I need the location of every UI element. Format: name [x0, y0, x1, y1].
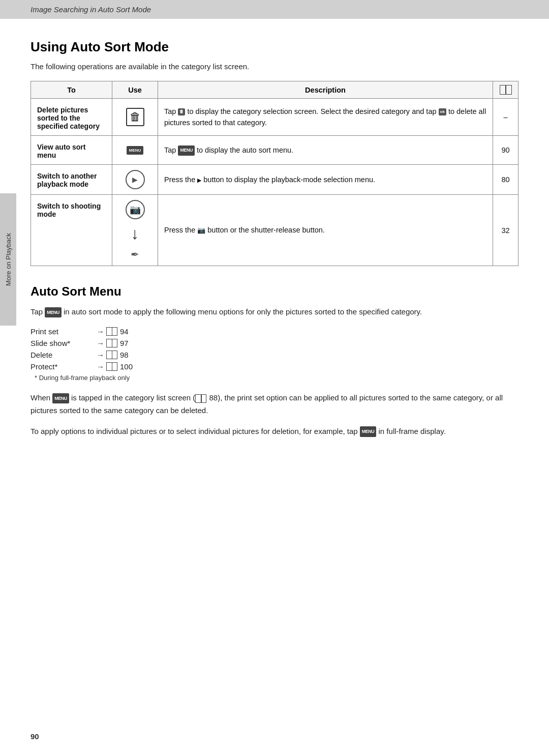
footnote: * During full-frame playback only — [35, 374, 518, 382]
table-row: View auto sort menu MENU Tap MENU to dis… — [31, 136, 518, 165]
inline-camera-icon: 📷 — [197, 226, 205, 234]
menu-item-ref: → 97 — [97, 339, 129, 347]
row2-use: MENU — [112, 136, 158, 165]
arrow-icon: → — [97, 351, 104, 359]
book-icon — [106, 339, 117, 347]
book-icon — [106, 362, 117, 371]
menu-item-label: Slide show* — [30, 339, 97, 347]
menu-icon: MENU — [127, 146, 144, 155]
row1-desc: Tap 🗑 to display the category selection … — [158, 99, 493, 136]
menu-icon-para2: MENU — [360, 426, 377, 437]
playback-icon — [126, 170, 145, 189]
main-table: To Use Description Delete pictures sorte… — [30, 81, 518, 266]
side-tab: More on Playback — [0, 193, 16, 326]
shooting-icons: ↓ ✒ — [118, 200, 151, 260]
row4-use: ↓ ✒ — [112, 195, 158, 266]
row4-to: Switch to shooting mode — [31, 195, 112, 266]
list-item: Print set → 94 — [30, 327, 518, 336]
arrow-icon: → — [97, 327, 104, 336]
inline-menu-icon: MENU — [178, 146, 195, 156]
menu-item-label: Delete — [30, 351, 97, 359]
arrow-icon: → — [97, 362, 104, 371]
table-row: Delete pictures sorted to the specified … — [31, 99, 518, 136]
col-header-use: Use — [112, 81, 158, 99]
col-header-description: Description — [158, 81, 493, 99]
page-number: 90 — [30, 732, 39, 741]
col-header-to: To — [31, 81, 112, 99]
menu-item-ref: → 100 — [97, 362, 133, 371]
menu-item-label: Protect* — [30, 362, 97, 371]
menu-item-num: 94 — [120, 327, 129, 336]
list-item: Delete → 98 — [30, 351, 518, 359]
list-item: Protect* → 100 — [30, 362, 518, 371]
side-tab-label: More on Playback — [5, 233, 12, 286]
table-header-row: To Use Description — [31, 81, 518, 99]
section2-title: Auto Sort Menu — [30, 284, 518, 299]
row1-use — [112, 99, 158, 136]
book-icon-para1 — [195, 394, 206, 403]
page: Image Searching in Auto Sort Mode More o… — [0, 0, 549, 756]
menu-item-label: Print set — [30, 327, 97, 336]
row1-ref: – — [493, 99, 518, 136]
para2: To apply options to individual pictures … — [30, 425, 518, 438]
down-arrow-icon: ↓ — [131, 224, 139, 243]
row2-to: View auto sort menu — [31, 136, 112, 165]
inline-play-icon: ▶ — [197, 177, 201, 183]
shutter-icon: ✒ — [131, 248, 139, 260]
menu-item-num: 98 — [120, 351, 129, 359]
menu-item-num: 100 — [120, 362, 133, 371]
main-content: Using Auto Sort Mode The following opera… — [0, 19, 549, 756]
arrow-icon: → — [97, 339, 104, 347]
menu-icon-para1: MENU — [52, 393, 69, 404]
inline-ok-icon: ok — [439, 108, 446, 115]
row3-use — [112, 165, 158, 195]
list-item: Slide show* → 97 — [30, 339, 518, 347]
section1-title: Using Auto Sort Mode — [30, 39, 518, 55]
row3-ref: 80 — [493, 165, 518, 195]
menu-list: Print set → 94 Slide show* → 97 Delete — [30, 327, 518, 371]
book-icon-header — [500, 85, 512, 95]
col-header-ref — [493, 81, 518, 99]
section2-intro: Tap MENU in auto sort mode to apply the … — [30, 306, 518, 318]
row1-to: Delete pictures sorted to the specified … — [31, 99, 112, 136]
row4-desc: Press the 📷 button or the shutter-releas… — [158, 195, 493, 266]
row3-to: Switch to another playback mode — [31, 165, 112, 195]
row2-desc: Tap MENU to display the auto sort menu. — [158, 136, 493, 165]
inline-trash-icon: 🗑 — [178, 108, 185, 115]
book-icon — [106, 351, 117, 359]
row3-desc: Press the ▶ button to display the playba… — [158, 165, 493, 195]
para1: When MENU is tapped in the category list… — [30, 392, 518, 417]
top-bar-text: Image Searching in Auto Sort Mode — [30, 5, 151, 14]
menu-icon-intro: MENU — [45, 307, 62, 317]
trash-icon — [126, 108, 144, 126]
top-bar: Image Searching in Auto Sort Mode — [0, 0, 549, 19]
menu-item-ref: → 98 — [97, 351, 129, 359]
table-row: Switch to another playback mode Press th… — [31, 165, 518, 195]
book-icon — [106, 327, 117, 336]
table-row: Switch to shooting mode ↓ ✒ Press the 📷 … — [31, 195, 518, 266]
menu-item-num: 97 — [120, 339, 129, 347]
row2-ref: 90 — [493, 136, 518, 165]
menu-item-ref: → 94 — [97, 327, 129, 336]
row4-ref: 32 — [493, 195, 518, 266]
camera-icon — [126, 200, 145, 219]
section1-intro: The following operations are available i… — [30, 62, 518, 71]
